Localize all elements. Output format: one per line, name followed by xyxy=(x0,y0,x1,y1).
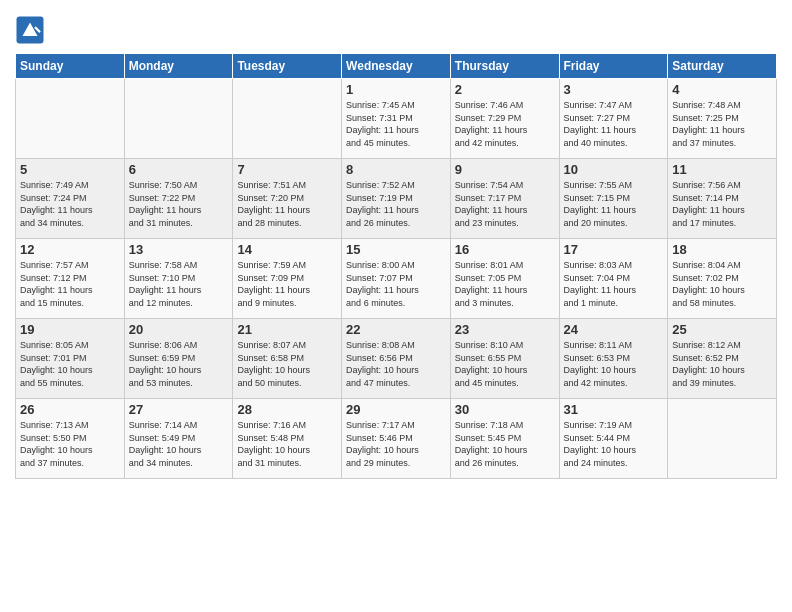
calendar-cell: 31Sunrise: 7:19 AM Sunset: 5:44 PM Dayli… xyxy=(559,399,668,479)
calendar-cell: 11Sunrise: 7:56 AM Sunset: 7:14 PM Dayli… xyxy=(668,159,777,239)
calendar-cell: 21Sunrise: 8:07 AM Sunset: 6:58 PM Dayli… xyxy=(233,319,342,399)
day-header-tuesday: Tuesday xyxy=(233,54,342,79)
day-info: Sunrise: 7:18 AM Sunset: 5:45 PM Dayligh… xyxy=(455,419,555,469)
calendar-cell xyxy=(668,399,777,479)
day-info: Sunrise: 8:03 AM Sunset: 7:04 PM Dayligh… xyxy=(564,259,664,309)
day-info: Sunrise: 8:07 AM Sunset: 6:58 PM Dayligh… xyxy=(237,339,337,389)
calendar-cell: 9Sunrise: 7:54 AM Sunset: 7:17 PM Daylig… xyxy=(450,159,559,239)
day-info: Sunrise: 7:54 AM Sunset: 7:17 PM Dayligh… xyxy=(455,179,555,229)
day-info: Sunrise: 8:04 AM Sunset: 7:02 PM Dayligh… xyxy=(672,259,772,309)
calendar-cell: 22Sunrise: 8:08 AM Sunset: 6:56 PM Dayli… xyxy=(342,319,451,399)
day-number: 18 xyxy=(672,242,772,257)
week-row-5: 26Sunrise: 7:13 AM Sunset: 5:50 PM Dayli… xyxy=(16,399,777,479)
day-info: Sunrise: 7:52 AM Sunset: 7:19 PM Dayligh… xyxy=(346,179,446,229)
day-number: 12 xyxy=(20,242,120,257)
calendar-cell: 6Sunrise: 7:50 AM Sunset: 7:22 PM Daylig… xyxy=(124,159,233,239)
day-number: 2 xyxy=(455,82,555,97)
calendar-table: SundayMondayTuesdayWednesdayThursdayFrid… xyxy=(15,53,777,479)
day-number: 9 xyxy=(455,162,555,177)
days-header-row: SundayMondayTuesdayWednesdayThursdayFrid… xyxy=(16,54,777,79)
day-info: Sunrise: 8:05 AM Sunset: 7:01 PM Dayligh… xyxy=(20,339,120,389)
day-number: 30 xyxy=(455,402,555,417)
day-info: Sunrise: 7:16 AM Sunset: 5:48 PM Dayligh… xyxy=(237,419,337,469)
calendar-cell: 12Sunrise: 7:57 AM Sunset: 7:12 PM Dayli… xyxy=(16,239,125,319)
day-number: 28 xyxy=(237,402,337,417)
day-number: 23 xyxy=(455,322,555,337)
day-info: Sunrise: 7:46 AM Sunset: 7:29 PM Dayligh… xyxy=(455,99,555,149)
day-number: 8 xyxy=(346,162,446,177)
calendar-cell: 1Sunrise: 7:45 AM Sunset: 7:31 PM Daylig… xyxy=(342,79,451,159)
day-info: Sunrise: 7:13 AM Sunset: 5:50 PM Dayligh… xyxy=(20,419,120,469)
calendar-cell: 26Sunrise: 7:13 AM Sunset: 5:50 PM Dayli… xyxy=(16,399,125,479)
week-row-3: 12Sunrise: 7:57 AM Sunset: 7:12 PM Dayli… xyxy=(16,239,777,319)
logo-icon xyxy=(15,15,45,45)
day-number: 1 xyxy=(346,82,446,97)
day-number: 4 xyxy=(672,82,772,97)
day-number: 20 xyxy=(129,322,229,337)
day-info: Sunrise: 8:08 AM Sunset: 6:56 PM Dayligh… xyxy=(346,339,446,389)
calendar-cell: 15Sunrise: 8:00 AM Sunset: 7:07 PM Dayli… xyxy=(342,239,451,319)
day-number: 3 xyxy=(564,82,664,97)
calendar-cell xyxy=(124,79,233,159)
day-header-monday: Monday xyxy=(124,54,233,79)
header xyxy=(15,10,777,45)
calendar-cell: 20Sunrise: 8:06 AM Sunset: 6:59 PM Dayli… xyxy=(124,319,233,399)
day-number: 14 xyxy=(237,242,337,257)
calendar-cell: 4Sunrise: 7:48 AM Sunset: 7:25 PM Daylig… xyxy=(668,79,777,159)
day-number: 31 xyxy=(564,402,664,417)
day-info: Sunrise: 8:00 AM Sunset: 7:07 PM Dayligh… xyxy=(346,259,446,309)
day-info: Sunrise: 7:14 AM Sunset: 5:49 PM Dayligh… xyxy=(129,419,229,469)
day-info: Sunrise: 7:58 AM Sunset: 7:10 PM Dayligh… xyxy=(129,259,229,309)
day-info: Sunrise: 7:50 AM Sunset: 7:22 PM Dayligh… xyxy=(129,179,229,229)
day-number: 22 xyxy=(346,322,446,337)
day-number: 10 xyxy=(564,162,664,177)
page-container: SundayMondayTuesdayWednesdayThursdayFrid… xyxy=(0,0,792,489)
calendar-cell: 18Sunrise: 8:04 AM Sunset: 7:02 PM Dayli… xyxy=(668,239,777,319)
day-header-thursday: Thursday xyxy=(450,54,559,79)
day-info: Sunrise: 7:55 AM Sunset: 7:15 PM Dayligh… xyxy=(564,179,664,229)
day-info: Sunrise: 8:01 AM Sunset: 7:05 PM Dayligh… xyxy=(455,259,555,309)
day-number: 11 xyxy=(672,162,772,177)
calendar-cell xyxy=(233,79,342,159)
day-info: Sunrise: 8:10 AM Sunset: 6:55 PM Dayligh… xyxy=(455,339,555,389)
day-info: Sunrise: 7:49 AM Sunset: 7:24 PM Dayligh… xyxy=(20,179,120,229)
calendar-cell: 23Sunrise: 8:10 AM Sunset: 6:55 PM Dayli… xyxy=(450,319,559,399)
week-row-1: 1Sunrise: 7:45 AM Sunset: 7:31 PM Daylig… xyxy=(16,79,777,159)
day-number: 24 xyxy=(564,322,664,337)
calendar-cell: 3Sunrise: 7:47 AM Sunset: 7:27 PM Daylig… xyxy=(559,79,668,159)
calendar-cell: 19Sunrise: 8:05 AM Sunset: 7:01 PM Dayli… xyxy=(16,319,125,399)
calendar-cell: 2Sunrise: 7:46 AM Sunset: 7:29 PM Daylig… xyxy=(450,79,559,159)
day-info: Sunrise: 7:17 AM Sunset: 5:46 PM Dayligh… xyxy=(346,419,446,469)
calendar-cell: 14Sunrise: 7:59 AM Sunset: 7:09 PM Dayli… xyxy=(233,239,342,319)
day-info: Sunrise: 7:45 AM Sunset: 7:31 PM Dayligh… xyxy=(346,99,446,149)
calendar-cell: 24Sunrise: 8:11 AM Sunset: 6:53 PM Dayli… xyxy=(559,319,668,399)
week-row-2: 5Sunrise: 7:49 AM Sunset: 7:24 PM Daylig… xyxy=(16,159,777,239)
day-info: Sunrise: 8:06 AM Sunset: 6:59 PM Dayligh… xyxy=(129,339,229,389)
day-info: Sunrise: 7:56 AM Sunset: 7:14 PM Dayligh… xyxy=(672,179,772,229)
day-number: 19 xyxy=(20,322,120,337)
day-info: Sunrise: 8:12 AM Sunset: 6:52 PM Dayligh… xyxy=(672,339,772,389)
day-number: 26 xyxy=(20,402,120,417)
day-number: 17 xyxy=(564,242,664,257)
day-info: Sunrise: 7:47 AM Sunset: 7:27 PM Dayligh… xyxy=(564,99,664,149)
day-header-friday: Friday xyxy=(559,54,668,79)
day-info: Sunrise: 7:59 AM Sunset: 7:09 PM Dayligh… xyxy=(237,259,337,309)
day-number: 13 xyxy=(129,242,229,257)
week-row-4: 19Sunrise: 8:05 AM Sunset: 7:01 PM Dayli… xyxy=(16,319,777,399)
day-number: 16 xyxy=(455,242,555,257)
calendar-cell: 17Sunrise: 8:03 AM Sunset: 7:04 PM Dayli… xyxy=(559,239,668,319)
day-number: 15 xyxy=(346,242,446,257)
calendar-cell: 16Sunrise: 8:01 AM Sunset: 7:05 PM Dayli… xyxy=(450,239,559,319)
day-number: 21 xyxy=(237,322,337,337)
calendar-cell: 5Sunrise: 7:49 AM Sunset: 7:24 PM Daylig… xyxy=(16,159,125,239)
calendar-cell: 7Sunrise: 7:51 AM Sunset: 7:20 PM Daylig… xyxy=(233,159,342,239)
calendar-cell: 27Sunrise: 7:14 AM Sunset: 5:49 PM Dayli… xyxy=(124,399,233,479)
calendar-cell: 30Sunrise: 7:18 AM Sunset: 5:45 PM Dayli… xyxy=(450,399,559,479)
day-header-saturday: Saturday xyxy=(668,54,777,79)
day-number: 27 xyxy=(129,402,229,417)
day-number: 29 xyxy=(346,402,446,417)
calendar-cell: 25Sunrise: 8:12 AM Sunset: 6:52 PM Dayli… xyxy=(668,319,777,399)
day-info: Sunrise: 7:51 AM Sunset: 7:20 PM Dayligh… xyxy=(237,179,337,229)
calendar-cell: 10Sunrise: 7:55 AM Sunset: 7:15 PM Dayli… xyxy=(559,159,668,239)
day-number: 6 xyxy=(129,162,229,177)
